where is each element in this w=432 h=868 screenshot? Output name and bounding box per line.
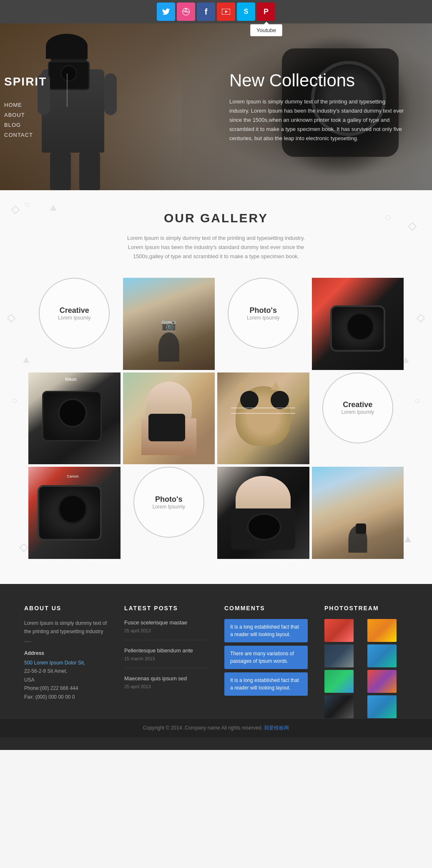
twitter-button[interactable]	[157, 3, 175, 21]
footer-post-3: Maecenas quis ipsum sed 25 april 2013	[124, 675, 208, 696]
footer-bottom: Copyright © 2014 .Company name All right…	[0, 718, 432, 737]
gallery-item-7[interactable]	[217, 372, 309, 465]
gallery-item-3[interactable]: Photo's Lorem Ipsumly	[217, 278, 309, 370]
gallery-item-8[interactable]: Creative Lorem Ipsumly	[312, 372, 404, 465]
social-bar: f S P Youtube	[0, 0, 432, 23]
dribbble-button[interactable]	[177, 3, 195, 21]
photo-thumb-5[interactable]	[324, 670, 354, 693]
gallery-circle-creative-2: Creative Lorem Ipsumly	[322, 372, 393, 443]
comment-2: There are many variations of passages of…	[224, 646, 308, 669]
post-title-2: Pellentesque bibendum ante	[124, 647, 208, 654]
footer-about-title: ABOUT US	[24, 605, 108, 611]
gallery-item-12[interactable]	[312, 467, 404, 559]
skype-button[interactable]: S	[237, 3, 255, 21]
youtube-button[interactable]	[217, 3, 235, 21]
photo-thumb-8[interactable]	[367, 695, 397, 718]
nav-blog[interactable]: BLOG	[4, 122, 21, 128]
photo-thumb-1[interactable]	[324, 619, 354, 642]
facebook-button[interactable]: f	[197, 3, 215, 21]
nav-home[interactable]: HOME	[4, 102, 22, 108]
footer: ABOUT US Lorem Ipsum is simply dummy tex…	[0, 584, 432, 750]
comment-1: It is a long established fact that a rea…	[224, 619, 308, 642]
youtube-tooltip: Youtube	[250, 24, 282, 36]
photo-thumb-4[interactable]	[367, 644, 397, 667]
hero-left-panel: SPIRIT HOME ABOUT BLOG CONTACT	[0, 75, 92, 138]
gallery-item-1[interactable]: Creative Lorem Ipsumly	[28, 278, 121, 370]
post-title-3: Maecenas quis ipsum sed	[124, 675, 208, 682]
gallery-title: OUR GALLERY	[0, 211, 432, 225]
gallery-section: OUR GALLERY Lorem Ipsum is simply dummy …	[0, 190, 432, 584]
footer-comments-title: COMMENTS	[224, 605, 308, 611]
footer-photostream-title: PHOTOSTREAM	[324, 605, 408, 611]
copyright-text: Copyright © 2014 .Company name All right…	[143, 725, 263, 731]
gallery-item-2[interactable]	[123, 278, 215, 370]
photo-thumb-6[interactable]	[367, 670, 397, 693]
brand-name: SPIRIT	[4, 75, 92, 88]
gallery-circle-photos-2: Photo's Lorem Ipsumly	[133, 467, 204, 538]
photo-thumb-7[interactable]	[324, 695, 354, 718]
footer-comments-col: COMMENTS It is a long established fact t…	[224, 605, 308, 718]
gallery-item-6[interactable]	[123, 372, 215, 465]
hero-section: SPIRIT HOME ABOUT BLOG CONTACT New Colle…	[0, 23, 432, 190]
copyright-link[interactable]: 我爱模板网	[264, 725, 289, 731]
hero-description: Lorem Ipsum is simply dummy text of the …	[229, 97, 404, 143]
gallery-item-9[interactable]: Canon	[28, 467, 121, 559]
photo-thumb-3[interactable]	[324, 644, 354, 667]
gallery-subtitle: Lorem Ipsum is simply dummy text of the …	[112, 234, 320, 261]
hero-content: New Collections Lorem Ipsum is simply du…	[229, 70, 404, 143]
gallery-item-10[interactable]: Photo's Lorem Ipsumly	[123, 467, 215, 559]
footer-address: Address 500 Lorem Ipsum Dolor Sit, 22-56…	[24, 650, 108, 701]
footer-posts-col: LATEST POSTS Fusce scelerisque mastae 25…	[124, 605, 208, 718]
gallery-grid: Creative Lorem Ipsumly Photo's Lorem Ips…	[28, 278, 404, 559]
gallery-circle-photos-1: Photo's Lorem Ipsumly	[228, 278, 299, 349]
comment-3: It is a long established fact that a rea…	[224, 672, 308, 696]
hero-title: New Collections	[229, 70, 404, 91]
footer-photostream-col: PHOTOSTREAM	[324, 605, 408, 718]
photo-thumb-2[interactable]	[367, 619, 397, 642]
address-link[interactable]: 500 Lorem Ipsum Dolor Sit,	[24, 660, 85, 666]
nav-contact[interactable]: CONTACT	[4, 132, 33, 138]
pinterest-button[interactable]: P	[257, 3, 275, 21]
nav-about[interactable]: ABOUT	[4, 112, 25, 118]
gallery-item-5[interactable]: Nikon	[28, 372, 121, 465]
post-title-1: Fusce scelerisque mastae	[124, 619, 208, 626]
post-date-2: 15 march 2013	[124, 656, 208, 661]
gallery-item-4[interactable]	[312, 278, 404, 370]
post-date-1: 25 april 2013	[124, 628, 208, 633]
photostream-grid	[324, 619, 408, 718]
footer-post-2: Pellentesque bibendum ante 15 march 2013	[124, 647, 208, 668]
gallery-circle-creative-1: Creative Lorem Ipsumly	[39, 278, 110, 349]
footer-inner: ABOUT US Lorem Ipsum is simply dummy tex…	[16, 605, 416, 718]
post-date-3: 25 april 2013	[124, 684, 208, 689]
gallery-item-11[interactable]	[217, 467, 309, 559]
footer-about-text: Lorem Ipsum is simply dummy text of the …	[24, 619, 108, 644]
navigation-menu: HOME ABOUT BLOG CONTACT	[4, 101, 92, 138]
footer-posts-title: LATEST POSTS	[124, 605, 208, 611]
footer-post-1: Fusce scelerisque mastae 25 april 2013	[124, 619, 208, 640]
footer-about-col: ABOUT US Lorem Ipsum is simply dummy tex…	[24, 605, 108, 718]
